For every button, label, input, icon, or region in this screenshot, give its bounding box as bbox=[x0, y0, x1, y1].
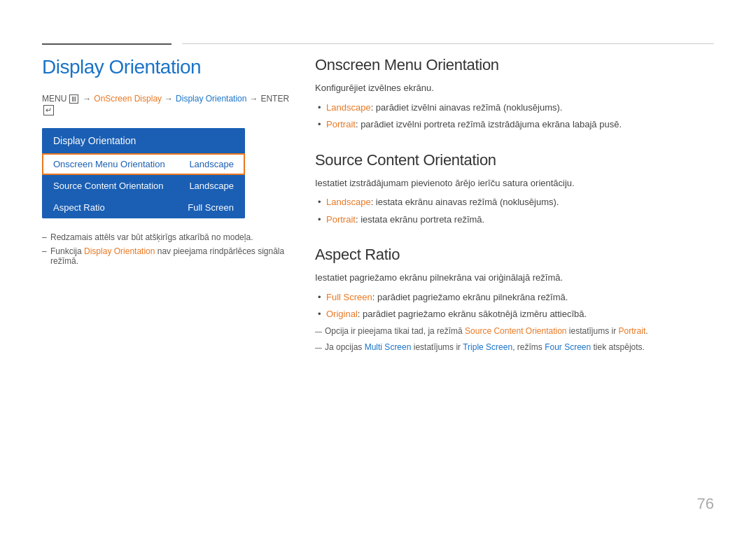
link-fullscreen: Full Screen bbox=[326, 292, 372, 302]
page-title: Display Orientation bbox=[42, 56, 301, 78]
aspect-note-1: Opcija ir pieejama tikai tad, ja režīmā … bbox=[315, 325, 728, 337]
section-onscreen-desc: Konfigurējiet izvēlnes ekrānu. bbox=[315, 81, 728, 95]
menu-box-header: Display Orientation bbox=[42, 128, 245, 153]
bullet-fullscreen: Full Screen: parādiet pagriežamo ekrānu … bbox=[315, 290, 728, 304]
link-original: Original bbox=[326, 309, 358, 319]
menu-item-onscreen-label: Onscreen Menu Orientation bbox=[53, 159, 165, 169]
right-panel: Onscreen Menu Orientation Konfigurējiet … bbox=[315, 56, 728, 373]
link-multi-screen: Multi Screen bbox=[365, 342, 412, 352]
menu-item-aspect[interactable]: Aspect Ratio Full Screen bbox=[42, 197, 245, 218]
breadcrumb-enter: ENTER bbox=[260, 94, 289, 104]
menu-item-source-label: Source Content Orientation bbox=[53, 181, 164, 191]
bullet-original: Original: parādiet pagriežamo ekrānu sāk… bbox=[315, 307, 728, 321]
section-onscreen-title: Onscreen Menu Orientation bbox=[315, 56, 728, 74]
link-landscape-1: Landscape bbox=[326, 102, 371, 113]
note-2-text: Funkcija Display Orientation nav pieejam… bbox=[50, 246, 284, 266]
top-line-accent bbox=[42, 43, 172, 45]
breadcrumb-link-display: Display Orientation bbox=[176, 94, 246, 104]
section-source: Source Content Orientation Iestatiet izs… bbox=[315, 151, 728, 227]
note-1: Redzamais attēls var būt atšķirīgs atkar… bbox=[42, 232, 301, 242]
menu-item-aspect-label: Aspect Ratio bbox=[53, 202, 105, 213]
bullet-landscape-2: Landscape: iestata ekrānu ainavas režīmā… bbox=[315, 195, 728, 209]
breadcrumb-menu: MENU bbox=[42, 94, 66, 104]
note-1-text: Redzamais attēls var būt atšķirīgs atkar… bbox=[50, 232, 253, 242]
section-aspect: Aspect Ratio Iestatiet pagriežamo ekrānu… bbox=[315, 246, 728, 353]
bullet-portrait-2: Portrait: iestata ekrānu portreta režīmā… bbox=[315, 213, 728, 227]
bullet-landscape-1: Landscape: parādiet izvēlni ainavas režī… bbox=[315, 101, 728, 115]
breadcrumb: MENU Ⅲ → OnScreen Display → Display Orie… bbox=[42, 94, 301, 115]
section-aspect-desc: Iestatiet pagriežamo ekrānu pilnekrāna v… bbox=[315, 271, 728, 285]
section-source-desc: Iestatiet izstrādājumam pievienoto ārējo… bbox=[315, 176, 728, 190]
section-aspect-title: Aspect Ratio bbox=[315, 246, 728, 264]
top-line-divider bbox=[182, 43, 714, 44]
note-2-highlight: Display Orientation bbox=[84, 246, 155, 256]
section-aspect-list: Full Screen: parādiet pagriežamo ekrānu … bbox=[315, 290, 728, 321]
page-number: 76 bbox=[697, 495, 714, 513]
menu-item-aspect-value: Full Screen bbox=[188, 202, 234, 213]
link-four-screen: Four Screen bbox=[545, 342, 591, 352]
section-source-list: Landscape: iestata ekrānu ainavas režīmā… bbox=[315, 195, 728, 226]
link-landscape-2: Landscape bbox=[326, 197, 371, 207]
note-2: Funkcija Display Orientation nav pieejam… bbox=[42, 246, 301, 266]
bullet-portrait-1: Portrait: parādiet izvēlni portreta režī… bbox=[315, 118, 728, 132]
menu-item-source[interactable]: Source Content Orientation Landscape bbox=[42, 175, 245, 197]
menu-item-source-value: Landscape bbox=[189, 181, 234, 191]
aspect-note-2: Ja opcijas Multi Screen iestatījums ir T… bbox=[315, 341, 728, 353]
section-source-title: Source Content Orientation bbox=[315, 151, 728, 169]
breadcrumb-enter-icon: ↵ bbox=[43, 105, 54, 115]
link-source-content-orientation: Source Content Orientation bbox=[465, 326, 566, 336]
section-onscreen: Onscreen Menu Orientation Konfigurējiet … bbox=[315, 56, 728, 132]
link-portrait-3: Portrait bbox=[619, 326, 646, 336]
menu-item-onscreen[interactable]: Onscreen Menu Orientation Landscape bbox=[42, 153, 245, 175]
breadcrumb-link-onscreen: OnScreen Display bbox=[94, 94, 162, 104]
link-triple-screen: Triple Screen bbox=[463, 342, 512, 352]
section-onscreen-list: Landscape: parādiet izvēlni ainavas režī… bbox=[315, 101, 728, 132]
breadcrumb-menu-icon: Ⅲ bbox=[69, 94, 78, 104]
left-panel: Display Orientation MENU Ⅲ → OnScreen Di… bbox=[42, 56, 301, 270]
breadcrumb-arrow1: → bbox=[83, 94, 91, 104]
notes-section: Redzamais attēls var būt atšķirīgs atkar… bbox=[42, 232, 301, 266]
menu-box: Display Orientation Onscreen Menu Orient… bbox=[42, 128, 245, 218]
breadcrumb-arrow3: → bbox=[249, 94, 258, 104]
menu-item-onscreen-value: Landscape bbox=[189, 159, 234, 169]
link-portrait-1: Portrait bbox=[326, 119, 356, 129]
link-portrait-2: Portrait bbox=[326, 214, 356, 225]
breadcrumb-arrow2: → bbox=[164, 94, 173, 104]
